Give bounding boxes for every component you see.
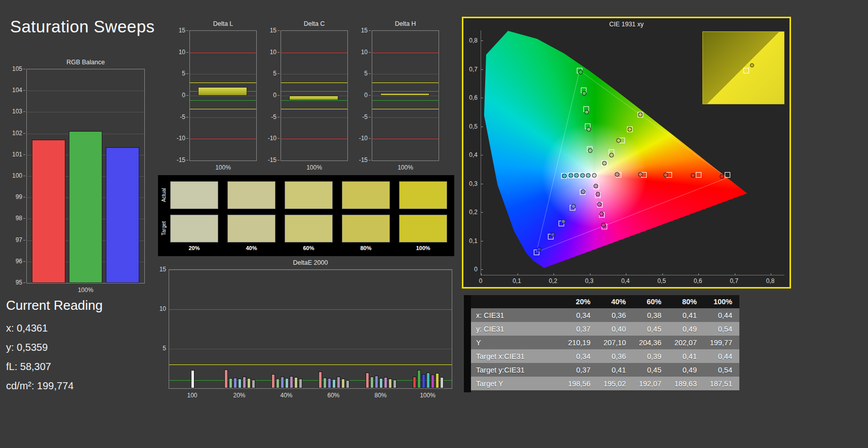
deltae-plot — [169, 269, 452, 389]
x-tick-label: 0 — [473, 277, 488, 284]
reading-y: y: 0,5359 — [6, 338, 153, 357]
page-title: Saturation Sweeps — [10, 17, 155, 36]
swatch-actual — [227, 181, 275, 209]
table-cell: 0,37 — [562, 363, 598, 377]
y-tick-label: 95 — [16, 279, 22, 286]
rgb-balance-yaxis: 1051041031021011009998979695 — [4, 69, 25, 283]
y-tickmark — [186, 30, 188, 31]
y-tick-label: -10 — [268, 135, 277, 142]
delta-l-title: Delta L — [189, 20, 257, 27]
delta-plot — [281, 30, 348, 161]
deltae-bar — [375, 376, 378, 388]
y-tick-label: 0 — [474, 266, 478, 273]
y-tickmark — [186, 138, 188, 139]
y-tick-label: 10 — [361, 49, 368, 56]
limit-line — [190, 139, 256, 139]
table-cell: 202,07 — [668, 336, 704, 349]
table-cell: 187,51 — [704, 377, 739, 390]
rgb-balance-chart: RGB Balance 1051041031021011009998979695… — [4, 59, 147, 301]
table-header: 80% — [668, 295, 704, 308]
limit-line — [372, 83, 439, 83]
deltae-bar — [233, 378, 237, 388]
cie-measured-point — [609, 153, 614, 157]
table-header: 60% — [633, 295, 668, 308]
limit-line — [169, 364, 452, 365]
cie-measured-point — [578, 70, 583, 74]
y-tick-label: 0 — [182, 92, 185, 99]
y-tick-label: 96 — [16, 258, 22, 265]
table-cell: 0,41 — [668, 349, 704, 363]
y-tick-label: 103 — [12, 108, 22, 115]
deltae-bar — [328, 378, 331, 388]
y-tickmark — [186, 117, 188, 117]
delta-c-xlabel: 100% — [281, 164, 348, 171]
y-tick-label: 100 — [12, 172, 22, 179]
delta-yaxis: 151050-5-10-15 — [350, 30, 371, 161]
swatch-target — [342, 215, 390, 242]
gridline — [27, 91, 144, 91]
table-cell: 0,34 — [562, 308, 598, 322]
table-cell: 192,07 — [633, 377, 668, 390]
y-tick-label: 102 — [12, 130, 22, 137]
y-tickmark — [23, 133, 25, 134]
deltae-bar — [431, 375, 435, 388]
table-cell: 189,63 — [668, 377, 704, 390]
cie-measured-point — [627, 127, 632, 132]
swatch-row-actual — [170, 181, 447, 209]
x-tick-label: 20% — [227, 392, 252, 399]
limit-line — [190, 100, 256, 101]
delta-h-title: Delta H — [372, 20, 439, 27]
table-cell: 198,56 — [562, 377, 598, 390]
swatch-panel: Actual Target 20%40%60%80%100% — [158, 175, 454, 256]
cie-measured-point — [586, 173, 590, 178]
y-tick-label: 0 — [364, 92, 368, 99]
bar-green — [69, 131, 102, 283]
deltae-yaxis: 15105 — [160, 269, 168, 389]
table-left-strip — [464, 295, 471, 392]
y-tick-label: 99 — [16, 193, 22, 200]
x-tick-label: 0,1 — [509, 277, 525, 284]
gridline — [281, 117, 347, 118]
rgb-balance-xlabel: 100% — [26, 287, 145, 294]
y-tick-label: 5 — [273, 70, 277, 77]
cie-measured-point — [581, 189, 585, 194]
limit-line — [281, 53, 347, 53]
cie-measured-point — [586, 127, 591, 132]
y-tickmark — [278, 30, 280, 31]
table-header: 20% — [562, 295, 598, 308]
deltae-bar — [323, 378, 327, 388]
limit-line — [372, 139, 439, 139]
table-cell: 207,10 — [598, 336, 633, 349]
deltae-bar — [366, 373, 369, 388]
deltae-bar — [440, 377, 444, 388]
y-tick-label: 10 — [270, 49, 277, 56]
x-tick-label: 0,4 — [618, 277, 633, 284]
cie-chart: CIE 1931 xy 00,10,20,30,40,50,60,70,8 00… — [462, 17, 791, 289]
table-cell: 0,37 — [562, 322, 598, 336]
y-tick-label: -15 — [359, 156, 368, 164]
y-tickmark — [23, 176, 25, 176]
color-patch-inset — [702, 31, 784, 104]
rgb-balance-title: RGB Balance — [26, 59, 145, 66]
cie-table-head-row: 20%40%60%80%100% — [471, 295, 739, 308]
swatch-target — [285, 215, 333, 242]
table-cell: 199,77 — [704, 336, 739, 349]
deltae-bar — [229, 378, 232, 388]
deltae-bar — [319, 372, 322, 388]
delta-chart: Delta C 151050-5-10-15 100% — [259, 20, 356, 173]
y-tickmark — [278, 138, 280, 139]
y-tickmark — [278, 52, 280, 53]
swatch-target — [170, 215, 218, 242]
y-tickmark — [23, 90, 25, 91]
deltae-bar — [191, 370, 194, 388]
inset-measured-marker — [750, 63, 754, 67]
x-tick-label: 0,6 — [690, 277, 705, 284]
limit-line — [281, 91, 347, 92]
table-header: 100% — [704, 295, 739, 308]
y-tick-label: 5 — [163, 345, 166, 352]
y-tick-label: 0,1 — [469, 237, 478, 245]
swatch-col-label: 40% — [227, 245, 275, 251]
cie-measured-point — [592, 173, 597, 178]
deltae-bar — [252, 380, 255, 388]
deltae-bar — [341, 379, 345, 389]
